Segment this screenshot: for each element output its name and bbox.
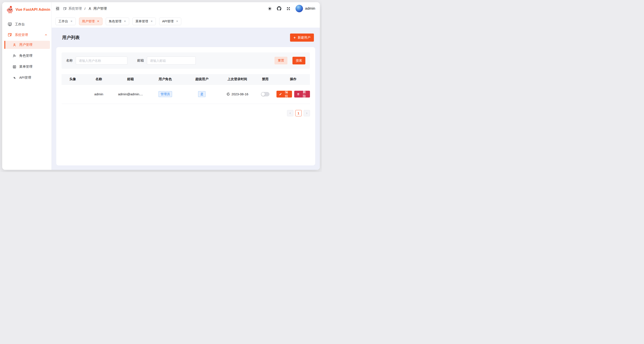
col-superuser: 超级用户 <box>183 77 220 81</box>
fullscreen-icon[interactable] <box>286 7 290 11</box>
tab-label: API管理 <box>162 19 174 24</box>
theme-toggle-sun-icon[interactable] <box>268 7 272 11</box>
tab-label: 工作台 <box>58 19 68 24</box>
role-user-icon <box>12 54 16 58</box>
chevron-right-icon: › <box>306 111 307 115</box>
page-title: 用户列表 <box>62 35 80 41</box>
tab-user-management[interactable]: 用户管理 ✕ <box>79 18 102 25</box>
topbar: 系统管理 / 用户管理 <box>52 2 320 15</box>
sidebar-item-api-management[interactable]: API管理 <box>4 74 50 82</box>
sidebar-item-label: 工作台 <box>15 22 25 27</box>
pagination-page-1-button[interactable]: 1 <box>295 110 302 116</box>
col-email: 邮箱 <box>114 77 147 81</box>
sidebar-item-role-management[interactable]: 角色管理 <box>4 52 50 60</box>
edit-label: 编辑 <box>284 90 290 98</box>
email-filter-label: 邮箱 <box>137 59 144 63</box>
reset-button[interactable]: 重置 <box>274 57 288 64</box>
col-avatar: 头像 <box>62 77 84 81</box>
close-icon[interactable]: ✕ <box>176 20 178 23</box>
pagination-prev-button[interactable]: ‹ <box>287 110 293 116</box>
username: admin <box>305 6 315 11</box>
breadcrumb-user-management[interactable]: 用户管理 <box>88 6 107 11</box>
pagination: ‹ 1 › <box>62 110 310 116</box>
user-table: 头像 名称 邮箱 用户角色 超级用户 上次登录时间 禁用 操作 admin ad… <box>62 74 310 104</box>
delete-label: 删除 <box>301 90 307 98</box>
app-logo[interactable]: Vue FastAPI Admin <box>2 2 52 16</box>
sidebar-item-label: 系统管理 <box>15 33 28 37</box>
role-tag: 管理员 <box>158 91 172 97</box>
table-row: admin admin@admin.... 管理员 是 <box>62 85 310 104</box>
sidebar-item-menu-management[interactable]: 菜单管理 <box>4 63 50 71</box>
col-actions: 操作 <box>276 77 310 81</box>
row-actions: 编辑 <box>276 91 310 98</box>
chevron-up-icon <box>44 33 48 37</box>
tab-label: 菜单管理 <box>136 19 148 24</box>
close-icon[interactable]: ✕ <box>124 20 126 23</box>
email-filter-group: 邮箱 <box>137 57 196 65</box>
filter-actions: 重置 搜索 <box>274 57 305 64</box>
name-cell: admin <box>84 92 114 96</box>
chick-logo-icon <box>7 6 13 13</box>
close-icon[interactable]: ✕ <box>150 20 153 23</box>
email-filter-input[interactable] <box>147 57 196 65</box>
col-last-login: 上次登录时间 <box>220 77 254 81</box>
chevron-left-icon: ‹ <box>290 111 291 115</box>
superuser-tag: 是 <box>198 91 206 97</box>
user-icon <box>12 43 16 47</box>
pencil-icon <box>279 93 282 96</box>
user-avatar[interactable] <box>296 5 303 12</box>
tab-label: 角色管理 <box>109 19 122 24</box>
breadcrumb-system-management[interactable]: 系统管理 <box>63 6 82 11</box>
superuser-cell: 是 <box>183 91 220 97</box>
sidebar: Vue FastAPI Admin 工作台 <box>2 2 52 170</box>
main-area: 系统管理 / 用户管理 <box>52 2 320 170</box>
name-filter-group: 名称 <box>66 57 128 65</box>
disabled-cell <box>254 92 276 96</box>
breadcrumb-label: 系统管理 <box>68 6 82 11</box>
col-disabled: 禁用 <box>254 77 276 81</box>
tab-workbench[interactable]: 工作台 ✕ <box>56 18 76 25</box>
trash-icon <box>297 93 300 96</box>
actions-cell: 编辑 <box>276 91 310 98</box>
delete-button[interactable]: 删除 <box>294 91 310 98</box>
sidebar-item-label: API管理 <box>19 76 31 80</box>
name-filter-label: 名称 <box>66 59 73 63</box>
system-window-gear-icon <box>8 33 12 37</box>
toggle-knob <box>261 93 265 96</box>
tab-menu-management[interactable]: 菜单管理 ✕ <box>132 18 156 25</box>
sidebar-item-label: 菜单管理 <box>19 65 32 69</box>
content-area: 用户列表 + 新建用户 名称 邮箱 <box>52 28 320 170</box>
last-login-value: 2023-08-16 <box>232 92 248 96</box>
tab-role-management[interactable]: 角色管理 ✕ <box>106 18 129 25</box>
search-button[interactable]: 搜索 <box>292 57 305 64</box>
create-user-button[interactable]: + 新建用户 <box>290 34 314 42</box>
user-list-card: 名称 邮箱 重置 搜索 头像 名称 <box>56 47 315 165</box>
disabled-toggle[interactable] <box>261 92 270 96</box>
plug-icon <box>12 76 16 80</box>
create-user-label: 新建用户 <box>298 36 310 40</box>
github-icon[interactable] <box>277 6 281 11</box>
sidebar-menu: 工作台 系统管理 <box>2 16 52 85</box>
name-filter-input[interactable] <box>76 57 128 65</box>
user-icon <box>88 7 92 11</box>
close-icon[interactable]: ✕ <box>97 20 100 23</box>
title-row: 用户列表 + 新建用户 <box>56 28 315 47</box>
sidebar-collapse-button[interactable] <box>56 6 60 11</box>
user-menu[interactable]: admin <box>296 5 315 12</box>
edit-button[interactable]: 编辑 <box>276 91 292 98</box>
sidebar-item-workbench[interactable]: 工作台 <box>4 20 50 29</box>
close-icon[interactable]: ✕ <box>70 20 73 23</box>
last-login-cell: 2023-08-16 <box>220 92 254 96</box>
sidebar-item-system-management[interactable]: 系统管理 <box>4 30 50 40</box>
app-title: Vue FastAPI Admin <box>16 8 50 12</box>
tab-api-management[interactable]: API管理 ✕ <box>159 18 181 25</box>
sidebar-item-user-management[interactable]: 用户管理 <box>4 41 50 49</box>
monitor-icon <box>8 22 12 27</box>
pagination-next-button[interactable]: › <box>304 110 310 116</box>
sidebar-item-label: 角色管理 <box>19 54 32 58</box>
col-name: 名称 <box>84 77 114 81</box>
topbar-actions: admin <box>268 5 315 12</box>
system-window-gear-icon <box>63 7 67 11</box>
email-cell: admin@admin.... <box>114 92 147 96</box>
tabbar: 工作台 ✕ 用户管理 ✕ 角色管理 ✕ 菜单管理 ✕ API管理 ✕ <box>52 15 320 28</box>
